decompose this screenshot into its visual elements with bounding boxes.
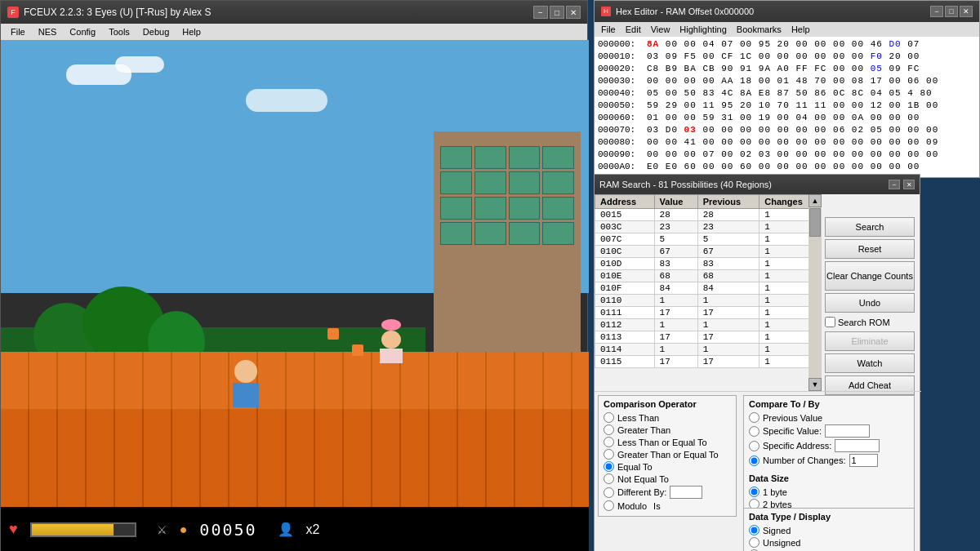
radio-num-changes[interactable]: Number of Changes:: [749, 454, 909, 467]
ram-table-row[interactable]: 011517171: [595, 356, 822, 368]
radio-not-equal-input[interactable]: [604, 473, 614, 484]
hex-menu-view[interactable]: View: [646, 24, 675, 35]
ram-table-row[interactable]: 003C23231: [595, 221, 822, 233]
radio-less-equal-label: Less Than or Equal To: [617, 438, 707, 447]
ram-cell-addr: 010C: [595, 246, 655, 258]
watch-button[interactable]: Watch: [825, 353, 915, 373]
ram-cell-value: 17: [654, 307, 697, 319]
undo-button[interactable]: Undo: [825, 293, 915, 313]
radio-signed-input[interactable]: [749, 525, 760, 535]
menu-config[interactable]: Config: [63, 25, 102, 38]
ram-cell-prev: 1: [697, 319, 760, 331]
different-by-field[interactable]: [670, 486, 702, 499]
menu-tools[interactable]: Tools: [102, 25, 136, 38]
radio-greater-than-input[interactable]: [604, 424, 614, 435]
reset-button[interactable]: Reset: [825, 239, 915, 259]
hex-row: 000010: 03 09 F5 00 CF 1C 00 00 00 00 00…: [598, 51, 976, 63]
ram-table-row[interactable]: 0110111: [595, 295, 822, 307]
hex-menu-highlighting[interactable]: Highlighting: [675, 24, 731, 35]
fceux-maximize-button[interactable]: □: [550, 6, 564, 19]
specific-address-field[interactable]: [835, 439, 880, 452]
radio-1byte[interactable]: 1 byte: [749, 487, 909, 497]
radio-equal-to[interactable]: Equal To: [604, 461, 731, 472]
radio-less-equal-input[interactable]: [604, 437, 614, 447]
radio-previous-value-input[interactable]: [749, 412, 760, 423]
specific-value-field[interactable]: [825, 424, 870, 438]
ram-table-row[interactable]: 0112111: [595, 319, 822, 331]
ram-table-row[interactable]: 010F84841: [595, 282, 822, 295]
eliminate-button[interactable]: Eliminate: [825, 331, 915, 351]
hex-menu-bookmarks[interactable]: Bookmarks: [732, 24, 786, 35]
hex-menu-file[interactable]: File: [596, 24, 621, 35]
search-rom-checkbox[interactable]: [825, 317, 835, 327]
ram-table-row[interactable]: 0114111: [595, 344, 822, 356]
radio-different-by[interactable]: Different By:: [604, 486, 731, 499]
hex-close-button[interactable]: ✕: [960, 6, 973, 17]
radio-different-by-input[interactable]: [604, 487, 614, 498]
radio-less-than-input[interactable]: [604, 412, 614, 423]
hex-menu-edit[interactable]: Edit: [621, 24, 646, 35]
radio-signed[interactable]: Signed: [749, 525, 909, 535]
menu-help[interactable]: Help: [176, 25, 207, 38]
radio-equal-input[interactable]: [604, 461, 614, 472]
window: [440, 222, 472, 245]
radio-unsigned[interactable]: Unsigned: [749, 537, 909, 548]
hex-row: 000040: 05 00 50 83 4C 8A E8 87 50 86 0C…: [598, 87, 976, 100]
platform-mid: [1, 352, 589, 409]
window: [509, 171, 541, 194]
radio-previous-value[interactable]: Previous Value: [749, 412, 909, 423]
radio-greater-equal[interactable]: Greater Than or Equal To: [604, 449, 731, 460]
cloud-2: [115, 56, 164, 73]
radio-less-than[interactable]: Less Than: [604, 412, 731, 423]
ram-table-row[interactable]: 010C67671: [595, 246, 822, 258]
ram-close-button[interactable]: ✕: [903, 180, 915, 189]
radio-modulo-input[interactable]: [604, 500, 614, 511]
hex-content[interactable]: 000000: 8A 00 00 04 07 00 95 20 00 00 00…: [595, 37, 979, 177]
radio-num-changes-input[interactable]: [749, 455, 760, 466]
ram-table-row[interactable]: 010D83831: [595, 258, 822, 270]
hex-titlebar: H Hex Editor - RAM Offset 0x000000 − □ ✕: [595, 1, 979, 22]
radio-greater-equal-label: Greater Than or Equal To: [617, 450, 719, 460]
scroll-down-button[interactable]: ▼: [808, 378, 822, 391]
ram-table-row[interactable]: 011117171: [595, 307, 822, 319]
radio-specific-address-input[interactable]: [749, 441, 760, 451]
radio-greater-than[interactable]: Greater Than: [604, 424, 731, 435]
radio-specific-value[interactable]: Specific Value:: [749, 424, 909, 438]
ram-table-row[interactable]: 011317171: [595, 331, 822, 344]
ram-cell-addr: 0114: [595, 344, 655, 356]
ram-minimize-button[interactable]: −: [889, 180, 900, 189]
scroll-up-button[interactable]: ▲: [808, 194, 822, 207]
radio-less-equal[interactable]: Less Than or Equal To: [604, 437, 731, 447]
hex-menu-help[interactable]: Help: [786, 24, 815, 35]
hex-row: 000020: C8 B9 BA CB 90 91 9A A0 FF FC 00…: [598, 63, 976, 75]
radio-1byte-input[interactable]: [749, 487, 760, 497]
radio-unsigned-input[interactable]: [749, 537, 760, 548]
fceux-close-button[interactable]: ✕: [566, 6, 581, 19]
ram-table-container[interactable]: Address Value Previous Changes 001528281…: [595, 194, 822, 391]
menu-debug[interactable]: Debug: [136, 25, 176, 38]
hex-restore-button[interactable]: □: [945, 6, 958, 17]
heart-icon: ♥: [9, 521, 18, 538]
search-button[interactable]: Search: [825, 217, 915, 237]
fceux-minimize-button[interactable]: −: [533, 6, 548, 19]
menu-nes[interactable]: NES: [32, 25, 64, 38]
scroll-thumb[interactable]: [809, 208, 821, 237]
clear-change-counts-button[interactable]: Clear Change Counts: [825, 261, 915, 291]
ram-table-row[interactable]: 010E68681: [595, 270, 822, 282]
fceux-icon: F: [7, 7, 19, 18]
hex-minimize-button[interactable]: −: [930, 6, 943, 17]
health-bar: [30, 522, 136, 537]
menu-file[interactable]: File: [4, 25, 32, 38]
ground-tiles: [1, 401, 589, 507]
radio-modulo[interactable]: Modulo Is: [604, 500, 731, 511]
ram-table-row[interactable]: 007C551: [595, 233, 822, 246]
num-changes-field[interactable]: [849, 454, 878, 467]
radio-not-equal[interactable]: Not Equal To: [604, 473, 731, 484]
radio-specific-address[interactable]: Specific Address:: [749, 439, 909, 452]
ram-table-row[interactable]: 001528281: [595, 209, 822, 221]
radio-greater-equal-input[interactable]: [604, 449, 614, 460]
radio-specific-value-input[interactable]: [749, 426, 760, 437]
health-fill: [32, 524, 114, 535]
radio-signed-label: Signed: [763, 526, 791, 535]
table-scrollbar[interactable]: ▲ ▼: [808, 194, 822, 391]
